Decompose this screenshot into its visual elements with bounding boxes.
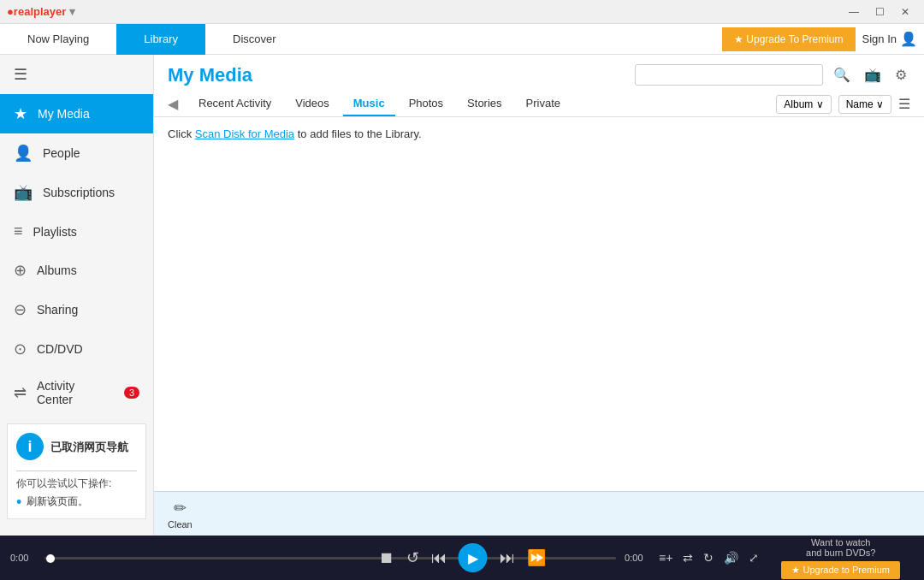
tab-music[interactable]: Music (343, 92, 395, 116)
titlebar: ●realplayer ▾ — ☐ ✕ (0, 0, 924, 24)
info-bullet-item: • 刷新该页面。 (16, 494, 137, 510)
tab-private[interactable]: Private (516, 92, 571, 116)
sidebar-item-sharing[interactable]: ⊖ Sharing (0, 290, 153, 329)
activity-badge: 3 (124, 387, 139, 399)
upgrade-text-line2: and burn DVDs? (806, 547, 875, 558)
upgrade-bar-button[interactable]: ★ Upgrade to Premium (781, 561, 900, 579)
player-controls: ⏹ ↺ ⏮ ▶ ⏭ ⏩ (379, 543, 546, 572)
search-button[interactable]: 🔍 (830, 63, 854, 86)
time-end: 0:00 (625, 553, 650, 563)
playerbar: 0:00 0:00 ⏹ ↺ ⏮ ▶ ⏭ ⏩ ≡+ ⇄ ↻ 🔊 ⤢ Want to… (0, 536, 924, 580)
dropdown-arrow: ▾ (69, 5, 75, 18)
info-icon: i (16, 433, 44, 460)
sidebar-item-subscriptions[interactable]: 📺 Subscriptions (0, 173, 153, 212)
volume-button[interactable]: 🔊 (724, 551, 738, 565)
list-view-button[interactable]: ☰ (898, 96, 910, 112)
search-area: 🔍 📺 ⚙ (635, 63, 910, 86)
discover-tab[interactable]: Discover (205, 24, 304, 55)
sidebar-item-cddvd[interactable]: ⊙ CD/DVD (0, 329, 153, 369)
activity-icon: ⇌ (14, 383, 27, 402)
upgrade-banner: Want to watch and burn DVDs? ★ Upgrade t… (767, 537, 914, 579)
name-sort-button[interactable]: Name ∨ (838, 95, 891, 114)
user-icon: 👤 (900, 31, 917, 47)
sidebar-info-panel: i 已取消网页导航 你可以尝试以下操作: • 刷新该页面。 (7, 423, 146, 519)
sidebar-label-activity-center: Activity Center (37, 379, 114, 406)
window-controls: — ☐ ✕ (842, 3, 917, 21)
content-tabs: ◀ Recent Activity Videos Music Photos St… (154, 92, 924, 117)
clean-area: ✏ Clean (154, 491, 924, 536)
maximize-button[interactable]: ☐ (868, 3, 891, 21)
tab-photos[interactable]: Photos (399, 92, 453, 116)
main-layout: ☰ ★ My Media 👤 People 📺 Subscriptions ≡ … (0, 55, 924, 536)
sidebar: ☰ ★ My Media 👤 People 📺 Subscriptions ≡ … (0, 55, 154, 536)
back-button[interactable]: ◀ (168, 96, 178, 112)
person-icon: 👤 (14, 144, 33, 163)
scan-text-before: Click (168, 127, 195, 140)
sidebar-item-people[interactable]: 👤 People (0, 133, 153, 173)
clean-label: Clean (168, 519, 192, 530)
tab-right-controls: Album ∨ Name ∨ ☰ (776, 95, 910, 114)
clean-button[interactable]: ✏ Clean (168, 499, 192, 530)
queue-button[interactable]: ≡+ (659, 551, 672, 565)
settings-button[interactable]: ⚙ (891, 63, 910, 86)
bullet-dot: • (16, 494, 21, 510)
navbar: Now Playing Library Discover ★ Upgrade T… (0, 24, 924, 55)
clean-icon: ✏ (174, 499, 187, 518)
scan-prompt: Click Scan Disk for Media to add files t… (168, 127, 910, 140)
album-sort-button[interactable]: Album ∨ (776, 95, 831, 114)
cddvd-icon: ⊙ (14, 340, 27, 358)
page-title: My Media (168, 64, 252, 86)
library-tab[interactable]: Library (116, 24, 205, 55)
sidebar-label-cddvd: CD/DVD (37, 342, 83, 356)
playlist-icon: ≡ (14, 222, 23, 240)
time-start: 0:00 (10, 553, 36, 563)
tab-stories[interactable]: Stories (457, 92, 512, 116)
prev-button[interactable]: ⏮ (431, 549, 447, 567)
info-title: 已取消网页导航 (50, 440, 128, 455)
hamburger-menu[interactable]: ☰ (0, 55, 153, 94)
sidebar-label-playlists: Playlists (33, 225, 77, 239)
rewind-button[interactable]: ↺ (406, 548, 419, 567)
sidebar-label-people: People (43, 146, 80, 160)
sidebar-label-subscriptions: Subscriptions (43, 186, 115, 199)
upgrade-text-line1: Want to watch (811, 537, 870, 547)
content-body: Click Scan Disk for Media to add files t… (154, 117, 924, 491)
cast-button[interactable]: 📺 (861, 63, 885, 86)
content-header: My Media 🔍 📺 ⚙ (154, 55, 924, 92)
app-logo: ●realplayer ▾ (7, 5, 75, 18)
info-bullet-text: 刷新该页面。 (27, 494, 88, 509)
sidebar-label-albums: Albums (37, 263, 77, 277)
stop-button[interactable]: ⏹ (379, 549, 394, 567)
tab-recent-activity[interactable]: Recent Activity (188, 92, 281, 116)
scan-text-after: to add files to the Library. (294, 127, 422, 140)
sidebar-item-my-media[interactable]: ★ My Media (0, 94, 153, 133)
upgrade-premium-button[interactable]: ★ Upgrade To Premium (722, 27, 856, 51)
titlebar-left: ●realplayer ▾ (7, 5, 75, 18)
star-icon: ★ (14, 104, 27, 123)
sidebar-label-sharing: Sharing (37, 303, 78, 317)
signin-area[interactable]: Sign In 👤 (862, 31, 917, 47)
minimize-button[interactable]: — (842, 3, 866, 21)
close-button[interactable]: ✕ (893, 3, 917, 21)
sidebar-label-my-media: My Media (38, 107, 90, 121)
tab-videos[interactable]: Videos (285, 92, 340, 116)
shuffle-button[interactable]: ⇄ (683, 551, 693, 565)
sidebar-item-playlists[interactable]: ≡ Playlists (0, 212, 153, 251)
fullscreen-button[interactable]: ⤢ (749, 551, 759, 565)
play-button[interactable]: ▶ (459, 543, 488, 572)
albums-icon: ⊕ (14, 261, 27, 280)
repeat-button[interactable]: ↻ (703, 551, 714, 565)
search-input[interactable] (635, 64, 823, 86)
content-area: My Media 🔍 📺 ⚙ ◀ Recent Activity Videos … (154, 55, 924, 536)
scan-disk-link[interactable]: Scan Disk for Media (195, 127, 294, 140)
sharing-icon: ⊖ (14, 300, 27, 319)
sidebar-item-activity-center[interactable]: ⇌ Activity Center 3 (0, 369, 153, 417)
next-button[interactable]: ⏭ (500, 549, 515, 567)
skip-forward-button[interactable]: ⏩ (527, 548, 546, 567)
signin-label: Sign In (862, 33, 897, 45)
progress-indicator (46, 554, 55, 563)
subscriptions-icon: 📺 (14, 183, 33, 202)
now-playing-tab[interactable]: Now Playing (0, 24, 116, 55)
info-body: 你可以尝试以下操作: (16, 476, 137, 491)
sidebar-item-albums[interactable]: ⊕ Albums (0, 251, 153, 290)
